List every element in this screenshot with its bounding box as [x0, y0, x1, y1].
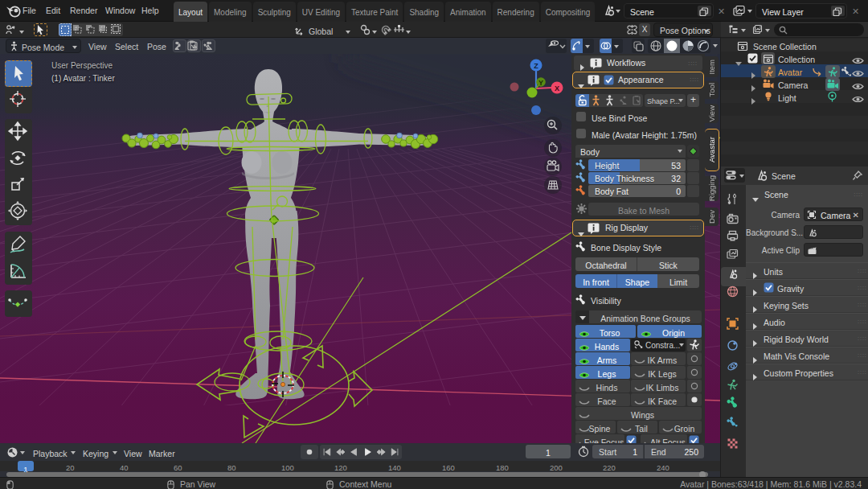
svg-text:Y: Y [538, 79, 543, 87]
svg-text:X: X [555, 84, 559, 92]
svg-text:Z: Z [534, 62, 538, 70]
